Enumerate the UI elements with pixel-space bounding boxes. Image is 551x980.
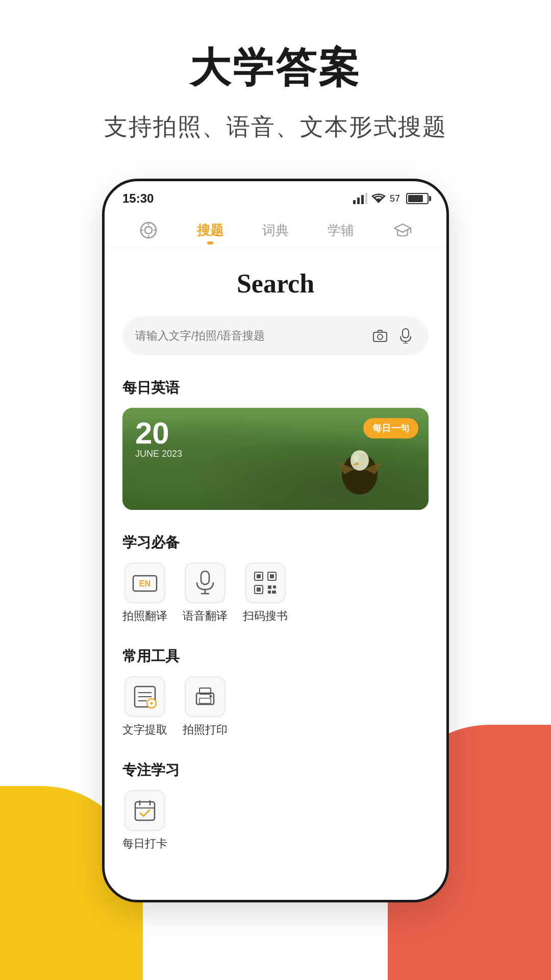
svg-point-45	[210, 695, 212, 698]
search-input[interactable]	[135, 329, 365, 342]
daily-english-card[interactable]: 20 JUNE 2023 每日一句	[122, 408, 429, 510]
eagle-icon	[327, 444, 388, 505]
svg-marker-10	[394, 224, 411, 232]
status-icons: 57	[353, 193, 429, 204]
svg-rect-43	[199, 698, 211, 703]
common-tools-grid: 文字提取 拍照打印	[122, 676, 429, 738]
daily-checkin-icon	[124, 790, 165, 831]
signal-icon	[353, 193, 367, 204]
svg-point-18	[350, 450, 369, 471]
tab-dict[interactable]: 词典	[252, 216, 299, 248]
phone-mockup: 15:30 57	[102, 179, 449, 902]
svg-rect-14	[403, 329, 409, 338]
card-date-block: 20 JUNE 2023	[135, 418, 182, 459]
battery-icon	[406, 193, 429, 204]
nav-tabs: 搜题 词典 学辅	[105, 211, 446, 248]
wifi-icon	[371, 193, 386, 204]
photo-print-label: 拍照打印	[183, 722, 228, 738]
voice-translate-icon	[185, 562, 226, 603]
app-title: 大学答案	[190, 41, 361, 96]
svg-rect-28	[270, 574, 274, 578]
tool-photo-print[interactable]: 拍照打印	[183, 676, 228, 738]
svg-rect-12	[373, 332, 387, 341]
search-title: Search	[122, 268, 429, 299]
daily-badge: 每日一句	[363, 418, 418, 438]
battery-text: 57	[390, 193, 400, 204]
status-bar: 15:30 57	[105, 181, 446, 211]
photo-translate-label: 拍照翻译	[122, 608, 167, 624]
tab-graduate[interactable]	[383, 216, 422, 248]
svg-rect-22	[201, 571, 209, 584]
voice-translate-label: 语音翻译	[183, 608, 228, 624]
svg-point-19	[353, 455, 359, 462]
scan-search-label: 扫码搜书	[243, 608, 288, 624]
svg-rect-26	[257, 574, 261, 578]
tool-text-extract[interactable]: 文字提取	[122, 676, 167, 738]
tool-voice-translate[interactable]: 语音翻译	[183, 562, 228, 624]
svg-point-5	[145, 227, 152, 234]
svg-rect-31	[268, 585, 271, 589]
app-subtitle: 支持拍照、语音、文本形式搜题	[104, 111, 447, 143]
photo-print-icon	[185, 676, 226, 717]
card-date-num: 20	[135, 418, 182, 449]
text-extract-label: 文字提取	[122, 722, 167, 738]
mic-search-icon[interactable]	[395, 326, 416, 346]
camera-search-icon[interactable]	[370, 326, 390, 346]
tool-photo-translate[interactable]: EN 拍照翻译	[122, 562, 167, 624]
tab-camera[interactable]	[129, 216, 168, 248]
svg-rect-30	[257, 587, 261, 592]
status-time: 15:30	[122, 191, 154, 206]
daily-checkin-label: 每日打卡	[122, 836, 167, 851]
focus-study-grid: 每日打卡	[122, 790, 429, 851]
search-bar[interactable]	[122, 316, 429, 355]
tab-search-label: 搜题	[197, 222, 223, 239]
card-date-sub: JUNE 2023	[135, 449, 182, 459]
daily-english-section-title: 每日英语	[122, 378, 429, 398]
study-tools-section-title: 学习必备	[122, 533, 429, 552]
svg-rect-33	[268, 591, 271, 594]
scan-search-icon	[245, 562, 286, 603]
common-tools-section-title: 常用工具	[122, 647, 429, 666]
svg-rect-3	[365, 193, 367, 204]
study-tools-grid: EN 拍照翻译 语音翻译	[122, 562, 429, 624]
tool-daily-checkin[interactable]: 每日打卡	[122, 790, 167, 851]
photo-translate-icon: EN	[124, 562, 165, 603]
graduate-icon	[393, 221, 412, 239]
svg-rect-34	[272, 591, 276, 594]
svg-point-13	[378, 334, 383, 339]
tab-tutor-label: 学辅	[328, 222, 354, 239]
svg-rect-2	[361, 195, 364, 204]
tab-dict-label: 词典	[262, 222, 289, 239]
tool-scan-search[interactable]: 扫码搜书	[243, 562, 288, 624]
svg-rect-46	[135, 802, 155, 820]
svg-rect-0	[353, 200, 356, 204]
svg-rect-1	[357, 198, 360, 204]
svg-rect-32	[273, 585, 276, 589]
text-extract-icon	[124, 676, 165, 717]
main-content: Search	[105, 248, 446, 900]
tab-tutor[interactable]: 学辅	[317, 216, 364, 248]
svg-text:EN: EN	[139, 579, 151, 588]
camera-nav-icon	[139, 221, 158, 239]
tab-search[interactable]: 搜题	[187, 216, 234, 248]
focus-study-section-title: 专注学习	[122, 761, 429, 780]
